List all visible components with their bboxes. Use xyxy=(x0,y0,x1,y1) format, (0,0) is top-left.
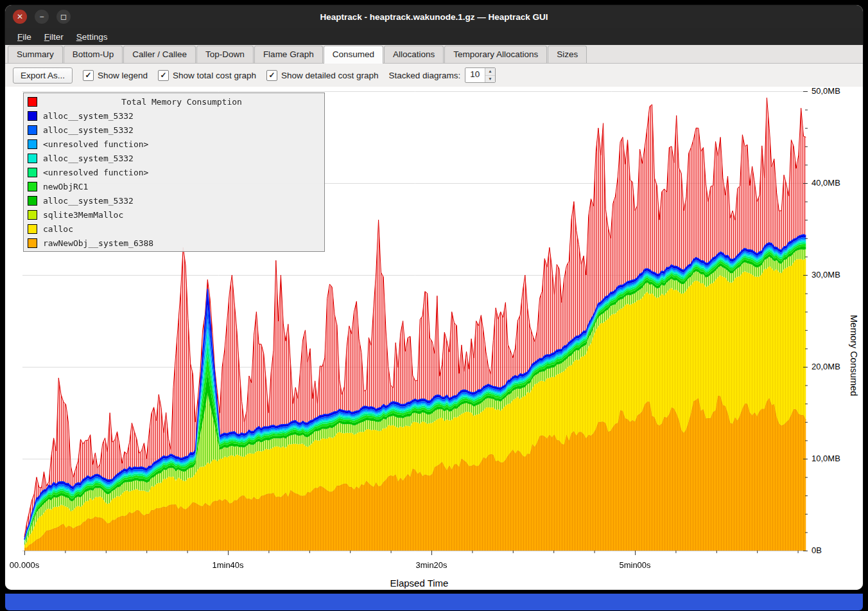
checkbox-label: Show detailed cost graph xyxy=(281,71,379,80)
legend-swatch xyxy=(28,210,37,220)
export-as-button[interactable]: Export As... xyxy=(13,67,73,84)
menu-file[interactable]: File xyxy=(12,30,37,44)
window-controls: ✕−◻ xyxy=(13,5,71,28)
desktop-panel xyxy=(5,594,863,610)
stacked-diagrams-spinbox[interactable]: 10 ▲ ▼ xyxy=(465,67,495,83)
y-axis-tick: 0B xyxy=(812,545,822,555)
x-axis-tick: 00.000s xyxy=(10,560,39,570)
legend-label: alloc__system_5332 xyxy=(43,111,134,121)
tab-consumed[interactable]: Consumed xyxy=(324,46,383,64)
tab-allocations[interactable]: Allocations xyxy=(384,46,444,63)
close-button[interactable]: ✕ xyxy=(13,10,27,24)
legend-entry: alloc__system_5332 xyxy=(24,123,324,137)
legend-label: alloc__system_5332 xyxy=(43,125,134,135)
spin-up-button[interactable]: ▲ xyxy=(485,68,494,76)
menu-bar: FileFilterSettings xyxy=(5,28,863,45)
legend-swatch xyxy=(28,182,37,191)
tab-summary[interactable]: Summary xyxy=(8,46,63,63)
legend-label: calloc xyxy=(43,224,73,234)
legend-swatch xyxy=(28,125,37,135)
minimize-button[interactable]: − xyxy=(35,10,49,24)
legend-entry: <unresolved function> xyxy=(24,165,324,179)
checkbox-label: Show total cost graph xyxy=(173,71,256,80)
maximize-icon: ◻ xyxy=(60,12,67,21)
tab-temporary-allocations[interactable]: Temporary Allocations xyxy=(444,46,547,63)
legend-label: rawNewObj__system_6388 xyxy=(43,238,153,248)
legend-swatch xyxy=(28,238,37,248)
stacked-diagrams-value: 10 xyxy=(465,68,485,82)
x-axis-title: Elapsed Time xyxy=(5,578,833,589)
legend-entry: alloc__system_5332 xyxy=(24,151,324,165)
y-axis-tick: 40,0MB xyxy=(812,178,840,188)
menu-filter[interactable]: Filter xyxy=(39,30,69,44)
title-bar[interactable]: ✕−◻ Heaptrack - heaptrack.wakunode.1.gz … xyxy=(5,5,863,28)
legend-swatch xyxy=(28,224,37,234)
y-axis-tick: 50,0MB xyxy=(812,86,840,96)
menu-settings[interactable]: Settings xyxy=(71,30,114,44)
tab-bar: SummaryBottom-UpCaller / CalleeTop-DownF… xyxy=(5,45,863,64)
legend-swatch xyxy=(28,111,37,121)
legend-label: <unresolved function> xyxy=(43,168,148,177)
legend-entry: sqlite3MemMalloc xyxy=(24,208,324,222)
legend-label: newObjRC1 xyxy=(43,182,88,191)
legend-entry: calloc xyxy=(24,222,324,236)
minimize-icon: − xyxy=(39,12,44,21)
legend-label: sqlite3MemMalloc xyxy=(43,210,123,220)
y-axis-tick: 30,0MB xyxy=(812,270,840,279)
toolbar: Export As... ✓Show legend✓Show total cos… xyxy=(5,64,863,87)
checkbox-box[interactable]: ✓ xyxy=(83,70,94,81)
checkbox-box[interactable]: ✓ xyxy=(266,70,277,81)
y-axis-title: Memory Consumed xyxy=(849,315,859,396)
tab-top-down[interactable]: Top-Down xyxy=(196,46,254,63)
spin-down-button[interactable]: ▼ xyxy=(485,76,494,83)
legend-swatch xyxy=(28,168,37,177)
legend-swatch xyxy=(28,139,37,149)
tab-caller-callee[interactable]: Caller / Callee xyxy=(123,46,196,63)
legend-entry: rawNewObj__system_6388 xyxy=(24,236,324,250)
chart-legend: Total Memory Consumption alloc__system_5… xyxy=(23,93,325,252)
tab-flame-graph[interactable]: Flame Graph xyxy=(254,46,323,63)
legend-swatch xyxy=(28,196,37,206)
checkbox-show-legend[interactable]: ✓Show legend xyxy=(83,70,148,81)
maximize-button[interactable]: ◻ xyxy=(56,10,71,24)
legend-title: Total Memory Consumption xyxy=(43,97,320,107)
x-axis-tick: 1min40s xyxy=(212,560,243,570)
legend-label: <unresolved function> xyxy=(43,139,148,149)
checkbox-box[interactable]: ✓ xyxy=(158,70,169,81)
checkbox-label: Show legend xyxy=(98,71,148,80)
legend-entry: alloc__system_5332 xyxy=(24,109,324,123)
app-window: ✕−◻ Heaptrack - heaptrack.wakunode.1.gz … xyxy=(5,5,863,590)
x-axis-tick: 3min20s xyxy=(415,560,447,570)
legend-title-row: Total Memory Consumption xyxy=(24,94,324,109)
y-axis-tick: 10,0MB xyxy=(812,454,840,463)
y-axis-tick: 20,0MB xyxy=(812,362,840,371)
x-axis-tick: 5min00s xyxy=(619,560,650,570)
checkbox-show-total-cost-graph[interactable]: ✓Show total cost graph xyxy=(158,70,256,81)
stacked-diagrams-label: Stacked diagrams: xyxy=(389,71,461,80)
legend-label: alloc__system_5332 xyxy=(43,154,134,163)
close-icon: ✕ xyxy=(17,12,23,21)
tab-bottom-up[interactable]: Bottom-Up xyxy=(64,46,123,63)
legend-label: alloc__system_5332 xyxy=(43,196,134,206)
legend-entry: alloc__system_5332 xyxy=(24,193,324,208)
chart-region: Total Memory Consumption alloc__system_5… xyxy=(5,87,863,590)
legend-entry: newObjRC1 xyxy=(24,179,324,193)
checkbox-show-detailed-cost-graph[interactable]: ✓Show detailed cost graph xyxy=(266,70,379,81)
total-memory-swatch xyxy=(28,97,37,107)
window-title: Heaptrack - heaptrack.wakunode.1.gz — He… xyxy=(5,12,863,22)
legend-swatch xyxy=(28,154,37,163)
tab-sizes[interactable]: Sizes xyxy=(548,46,587,63)
legend-entry: <unresolved function> xyxy=(24,137,324,151)
